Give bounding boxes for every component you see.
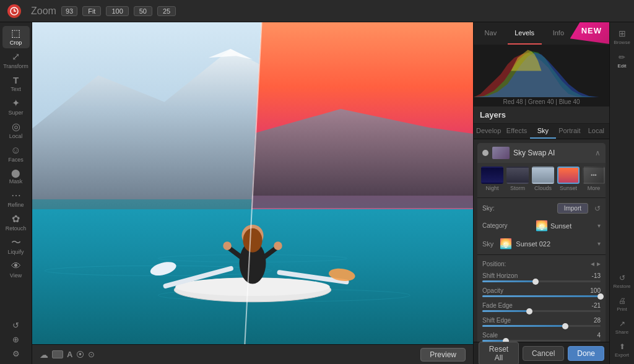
shift-horizon-track[interactable] <box>482 280 601 282</box>
opacity-fill <box>482 295 601 297</box>
category-chevron-icon[interactable]: ▾ <box>597 222 601 229</box>
layer-visibility-dot[interactable] <box>482 150 489 156</box>
tool-liquify[interactable]: 〜 Liquify <box>2 235 30 258</box>
preset-more-thumb[interactable]: ••• <box>583 167 605 184</box>
print-icon-item[interactable]: 🖨 Print <box>611 294 633 314</box>
done-button[interactable]: Done <box>568 346 604 361</box>
top-bar: Zoom 93 Fit 100 50 25 <box>0 0 634 22</box>
tool-bottom-2[interactable]: ⊕ <box>2 333 30 346</box>
share-icon: ↗ <box>619 319 625 328</box>
shift-horizon-thumb[interactable] <box>532 279 539 285</box>
tool-bottom-3[interactable]: ⚙ <box>2 347 30 360</box>
edit-icon-item[interactable]: ✏ Edit <box>611 50 633 71</box>
bottom-icon-3: ⚙ <box>12 350 20 358</box>
right-side-icons: ⊞ Browse ✏ Edit ↺ Restore 🖨 Print ↗ Shar… <box>609 22 634 364</box>
zoom-25-button[interactable]: 25 <box>157 6 176 16</box>
scale-value: 4 <box>597 332 601 339</box>
shift-edge-track[interactable] <box>482 325 601 327</box>
reset-all-button[interactable]: Reset All <box>479 342 519 365</box>
bottom-icon-circle[interactable]: ⊙ <box>88 350 95 359</box>
tool-text[interactable]: T Text <box>2 73 30 95</box>
tab-local[interactable]: Local <box>583 124 609 139</box>
zoom-50-button[interactable]: 50 <box>134 6 152 16</box>
bottom-icon-target[interactable]: ⦿ <box>76 350 84 359</box>
position-arrows: ◂ ▸ <box>591 259 601 268</box>
text-label: Text <box>11 86 21 92</box>
tool-transform[interactable]: ⤢ Transform <box>2 50 30 72</box>
preset-clouds[interactable]: Clouds <box>532 167 554 191</box>
tab-levels[interactable]: Levels <box>508 22 542 45</box>
preset-sunset[interactable]: Sunset <box>557 167 580 191</box>
preset-storm-thumb[interactable] <box>506 167 529 184</box>
position-right-arrow[interactable]: ▸ <box>597 259 601 268</box>
category-row: Category 🌅 Sunset ▾ <box>477 219 606 233</box>
preset-more[interactable]: ••• More <box>583 167 605 191</box>
opacity-label: Opacity <box>482 287 503 294</box>
tool-local[interactable]: ◎ Local <box>2 119 30 142</box>
preset-night[interactable]: Night <box>481 167 503 191</box>
preset-sunset-thumb[interactable] <box>557 167 580 184</box>
layer-expand-arrow[interactable]: ∧ <box>595 149 601 157</box>
sky-field-prefix: Sky <box>482 240 493 248</box>
fade-edge-value: -21 <box>592 302 601 309</box>
tool-refine[interactable]: ⋯ Refine <box>2 188 30 210</box>
tab-nav[interactable]: Nav <box>474 22 508 45</box>
zoom-value[interactable]: 93 <box>61 6 77 16</box>
restore-icon: ↺ <box>619 274 625 282</box>
tool-retouch[interactable]: ✿ Retouch <box>2 212 30 234</box>
fade-edge-thumb[interactable] <box>526 308 532 314</box>
divider-1 <box>477 197 606 198</box>
zoom-100-button[interactable]: 100 <box>106 6 128 16</box>
faces-icon: ☺ <box>11 145 20 155</box>
cancel-button[interactable]: Cancel <box>523 346 564 361</box>
tab-portrait[interactable]: Portrait <box>556 124 583 139</box>
zoom-fit-button[interactable]: Fit <box>82 6 101 16</box>
shift-edge-thumb[interactable] <box>562 323 568 329</box>
sky-import-row: Sky: Import ↺ <box>477 201 606 216</box>
opacity-thumb[interactable] <box>597 293 604 300</box>
super-label: Super <box>8 110 23 116</box>
preset-storm[interactable]: Storm <box>506 167 529 191</box>
tool-crop[interactable]: ⬚ Crop <box>2 26 30 48</box>
canvas-bg <box>32 22 473 344</box>
preset-sunset-label: Sunset <box>560 185 577 191</box>
preset-night-thumb[interactable] <box>481 167 503 184</box>
fade-edge-label: Fade Edge <box>482 302 513 309</box>
tool-super[interactable]: ✦ Super <box>2 96 30 118</box>
tab-sky[interactable]: Sky <box>530 124 556 139</box>
browse-icon-item[interactable]: ⊞ Browse <box>611 26 633 48</box>
position-left-arrow[interactable]: ◂ <box>591 259 594 268</box>
undo-icon[interactable]: ↺ <box>594 204 601 213</box>
controls-area: Shift Horizon -13 Opacity 100 <box>477 270 606 342</box>
bottom-icon-a[interactable]: A <box>67 350 72 359</box>
tab-info[interactable]: Info <box>542 22 576 45</box>
tab-effects[interactable]: Effects <box>503 124 529 139</box>
preview-button[interactable]: Preview <box>420 348 466 362</box>
tool-faces[interactable]: ☺ Faces <box>2 143 30 165</box>
sky-dropdown-icon[interactable]: ▾ <box>597 240 601 247</box>
mask-label: Mask <box>9 178 23 184</box>
opacity-slider: Opacity 100 <box>482 287 601 297</box>
tool-mask[interactable]: ⬤ Mask <box>2 167 30 187</box>
bottom-icon-cloud[interactable]: ☁ <box>40 350 48 360</box>
fade-edge-fill <box>482 310 529 312</box>
tab-develop[interactable]: Develop <box>474 124 503 139</box>
preset-clouds-thumb[interactable] <box>532 167 554 184</box>
shift-edge-label: Shift Edge <box>482 317 511 324</box>
tool-bottom-1[interactable]: ↺ <box>2 319 30 332</box>
export-icon-item[interactable]: ⬆ Export <box>611 340 633 360</box>
bottom-icon-rect[interactable] <box>52 350 63 358</box>
fade-edge-track[interactable] <box>482 310 601 312</box>
scale-track[interactable] <box>482 340 601 342</box>
preset-more-label: More <box>588 185 601 191</box>
scale-thumb[interactable] <box>503 338 509 342</box>
layers-section: Layers Develop Effects Sky Portrait Loca… <box>474 106 609 342</box>
import-button[interactable]: Import <box>557 203 588 214</box>
svg-point-22 <box>223 241 232 250</box>
sky-value-row: Sky 🌅 Sunset 022 ▾ <box>477 235 606 252</box>
restore-icon-item[interactable]: ↺ Restore <box>611 271 633 292</box>
tool-view[interactable]: 👁 View <box>2 259 30 281</box>
share-icon-item[interactable]: ↗ Share <box>611 317 633 337</box>
shift-horizon-value: -13 <box>592 272 601 279</box>
opacity-track[interactable] <box>482 295 601 297</box>
